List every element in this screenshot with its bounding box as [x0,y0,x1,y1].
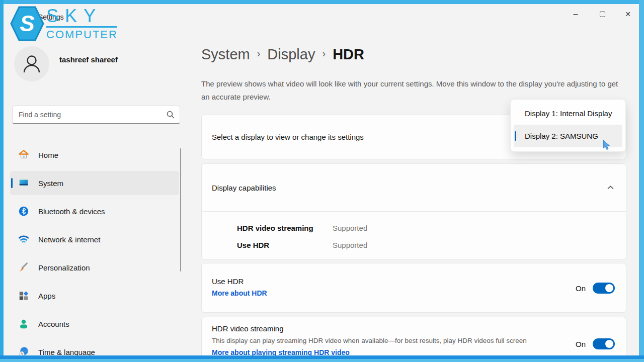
breadcrumb-separator: › [315,48,333,59]
accounts-icon [18,318,29,329]
bluetooth-icon [18,206,29,217]
svg-text:S: S [20,11,34,36]
sidebar-item-home[interactable]: Home [10,143,179,167]
watermark-line1: SKY [46,7,118,25]
frame-border-right [639,0,644,362]
use-hdr-toggle-state: On [576,284,586,293]
personalization-icon [18,262,29,273]
sidebar-nav: Home System Bluetooth & devices [10,143,179,362]
capability-label: Use HDR [237,241,333,249]
close-button[interactable]: ✕ [616,4,639,24]
mouse-cursor-icon [603,140,612,151]
selected-indicator [11,178,13,188]
sidebar-item-bluetooth-devices[interactable]: Bluetooth & devices [10,199,179,223]
capability-row: HDR video streaming Supported [202,219,626,236]
sidebar-item-label: System [38,179,63,188]
capability-value: Supported [333,224,367,232]
select-display-label: Select a display to view or change its s… [212,133,364,141]
hdr-streaming-toggle-state: On [576,340,586,348]
user-name: tashreef shareef [59,55,118,64]
toggle-knob [605,284,613,292]
use-hdr-toggle[interactable] [593,283,615,294]
capability-label: HDR video streaming [237,224,333,232]
search-icon [167,111,175,119]
search-box[interactable] [12,106,180,124]
page-title: HDR [333,46,364,63]
use-hdr-card: Use HDR More about HDR On [201,263,626,313]
sidebar-item-label: Accounts [38,320,69,328]
sidebar-item-label: Apps [38,292,55,300]
toggle-knob [605,340,613,348]
frame-border-bottom [0,355,644,362]
chevron-up-icon [607,186,614,190]
sky-logo-hexagon-icon: S [9,5,45,42]
display-capabilities-header[interactable]: Display capabilities [202,164,626,211]
dropdown-option-label: Display 1: Internal Display [525,109,612,118]
maximize-icon [600,12,605,17]
dropdown-option-display-1[interactable]: Display 1: Internal Display [511,102,625,125]
home-icon [18,149,29,160]
breadcrumb-system[interactable]: System [201,46,250,63]
hdr-streaming-toggle[interactable] [593,338,615,349]
person-icon [21,53,42,74]
sidebar-item-apps[interactable]: Apps [10,284,179,308]
apps-icon [18,290,29,301]
search-input[interactable] [19,111,167,119]
sidebar-item-system[interactable]: System [10,171,179,195]
sidebar-item-label: Network & internet [38,235,100,244]
sidebar-item-label: Bluetooth & devices [38,207,105,216]
hdr-streaming-title: HDR video streaming [212,324,284,333]
breadcrumb-display[interactable]: Display [267,46,315,63]
breadcrumb-separator: › [250,48,268,59]
sidebar-item-accounts[interactable]: Accounts [10,312,179,336]
sidebar-item-network-internet[interactable]: Network & internet [10,227,179,251]
watermark-rule [46,26,117,28]
dropdown-option-label: Display 2: SAMSUNG [525,132,598,140]
display-capabilities-card: Display capabilities HDR video streaming… [201,163,626,260]
sidebar-item-label: Time & language [38,348,95,356]
use-hdr-title: Use HDR [212,277,244,286]
more-about-hdr-link[interactable]: More about HDR [212,289,267,297]
system-icon [18,177,29,189]
minimize-icon: – [574,10,578,19]
maximize-button[interactable] [591,4,614,24]
close-icon: ✕ [625,10,631,18]
user-avatar[interactable] [14,46,49,81]
sidebar-item-personalization[interactable]: Personalization [10,255,179,280]
frame-border-top [0,0,644,4]
minimize-button[interactable]: – [564,4,587,24]
sidebar-scrollbar[interactable] [180,148,181,272]
sidebar-item-label: Personalization [38,263,90,272]
network-icon [18,234,29,245]
capability-value: Supported [333,241,367,249]
capability-row: Use HDR Supported [202,236,626,253]
sky-computer-watermark: S SKY COMPUTER [9,5,118,42]
sidebar-item-label: Home [38,151,58,159]
frame-border-left [0,0,4,362]
breadcrumb: System › Display › HDR [201,46,364,63]
watermark-line2: COMPUTER [46,28,118,41]
hdr-streaming-description: This display can play streaming HDR vide… [212,337,554,344]
display-capabilities-title: Display capabilities [212,184,607,192]
selected-indicator [515,131,516,141]
